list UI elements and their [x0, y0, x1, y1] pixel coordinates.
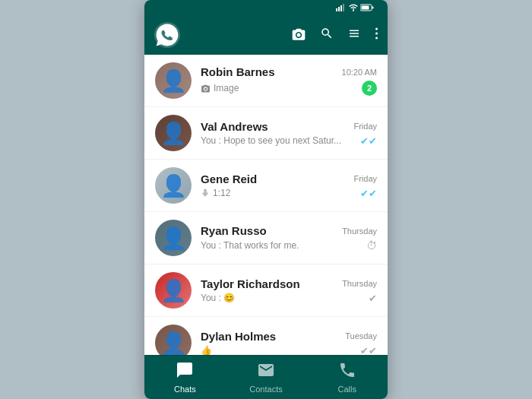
phone-frame: 👤Robin Barnes10:20 AM Image2👤Val Andrews…: [144, 0, 388, 399]
nav-item-contacts[interactable]: Contacts: [226, 356, 307, 399]
person-icon: 👤: [160, 226, 187, 251]
chats-nav-icon: [176, 361, 194, 379]
chat-item[interactable]: 👤Ryan RussoThursdayYou : That works for …: [144, 212, 388, 264]
chat-name: Robin Barnes: [201, 65, 275, 78]
chat-time: Thursday: [342, 226, 377, 236]
contacts-nav-icon: [257, 361, 275, 379]
mic-preview-icon: [201, 188, 210, 198]
chat-name: Val Andrews: [201, 120, 268, 133]
app-header: [144, 15, 388, 55]
chat-preview: You : 😊: [201, 293, 369, 303]
chat-item[interactable]: 👤Robin Barnes10:20 AM Image2: [144, 55, 388, 107]
double-tick-grey-icon: ✔✔: [360, 345, 377, 356]
avatar: 👤: [155, 272, 192, 309]
avatar: 👤: [155, 167, 192, 204]
chat-name-row: Ryan RussoThursday: [201, 224, 377, 237]
camera-icon[interactable]: [291, 27, 306, 44]
svg-rect-7: [362, 6, 369, 10]
svg-point-11: [375, 32, 378, 34]
avatar: 👤: [155, 325, 192, 355]
nav-label-calls: Calls: [337, 385, 356, 394]
person-icon: 👤: [160, 331, 187, 356]
svg-point-13: [204, 87, 207, 90]
status-bar: [144, 0, 388, 15]
person-icon: 👤: [160, 121, 187, 146]
double-tick-blue-icon: ✔✔: [360, 188, 377, 199]
svg-rect-2: [340, 5, 342, 11]
unread-badge: 2: [362, 81, 377, 96]
nav-label-contacts: Contacts: [249, 385, 282, 394]
chat-list: 👤Robin Barnes10:20 AM Image2👤Val Andrews…: [144, 55, 388, 355]
chat-preview: Image: [201, 83, 362, 93]
chat-item[interactable]: 👤Gene ReidFriday 1:12✔✔: [144, 160, 388, 212]
chat-info: Ryan RussoThursdayYou : That works for m…: [201, 224, 377, 252]
nav-item-calls[interactable]: Calls: [306, 356, 388, 399]
signal-icon: [336, 4, 347, 11]
svg-rect-0: [336, 8, 337, 11]
chat-preview: You : That works for me.: [201, 240, 366, 251]
chat-info: Gene ReidFriday 1:12✔✔: [201, 173, 377, 199]
chat-preview-row: Image2: [201, 81, 377, 96]
person-icon: 👤: [160, 68, 187, 93]
chat-name: Dylan Holmes: [201, 330, 276, 343]
clock-icon: ⏱: [366, 239, 377, 252]
chat-info: Taylor RichardsonThursdayYou : 😊✔: [201, 277, 377, 304]
battery-icon: [360, 4, 374, 11]
header-action-icons: [291, 27, 378, 44]
chat-preview-row: You : That works for me.⏱: [201, 239, 377, 252]
svg-rect-3: [343, 4, 344, 11]
menu-list-icon[interactable]: [347, 27, 361, 44]
person-icon: 👤: [160, 173, 187, 198]
chat-item[interactable]: 👤Val AndrewsFridayYou : Hope to see you …: [144, 107, 388, 160]
chat-name: Gene Reid: [201, 173, 257, 185]
chat-preview: You : Hope to see you next Satur...: [201, 135, 360, 146]
chat-item[interactable]: 👤Taylor RichardsonThursdayYou : 😊✔: [144, 264, 388, 317]
chat-time: 10:20 AM: [342, 68, 377, 77]
avatar: 👤: [155, 62, 192, 99]
chat-preview-row: 1:12✔✔: [201, 188, 377, 199]
chat-preview-row: You : Hope to see you next Satur...✔✔: [201, 135, 377, 147]
chat-item[interactable]: 👤Dylan HolmesTuesday👍✔✔: [144, 317, 388, 355]
double-tick-blue-icon: ✔✔: [360, 135, 377, 147]
chat-preview-row: You : 😊✔: [201, 293, 377, 304]
chat-name-row: Taylor RichardsonThursday: [201, 277, 377, 290]
camera-preview-icon: [201, 84, 211, 93]
chat-preview: 👍: [201, 345, 360, 355]
nav-label-chats: Chats: [174, 385, 196, 394]
chat-info: Dylan HolmesTuesday👍✔✔: [201, 330, 377, 356]
wifi-icon: [349, 4, 358, 11]
svg-rect-6: [372, 7, 374, 9]
chat-name: Ryan Russo: [201, 224, 267, 237]
svg-point-10: [375, 27, 378, 30]
more-options-icon[interactable]: [375, 27, 378, 44]
chat-info: Robin Barnes10:20 AM Image2: [201, 65, 377, 96]
contacts-icon-wrapper: [257, 361, 275, 383]
chat-time: Friday: [353, 174, 377, 183]
svg-rect-1: [338, 7, 340, 11]
avatar: 👤: [155, 115, 192, 151]
chat-preview-row: 👍✔✔: [201, 345, 377, 356]
avatar: 👤: [155, 220, 192, 256]
chat-name-row: Dylan HolmesTuesday: [201, 330, 377, 343]
bottom-nav: ChatsContactsCalls: [144, 355, 388, 399]
chats-icon-wrapper: [176, 361, 194, 383]
nav-item-chats[interactable]: Chats: [144, 356, 226, 399]
calls-nav-icon: [338, 361, 356, 379]
chat-name-row: Gene ReidFriday: [201, 173, 377, 185]
chat-time: Thursday: [342, 279, 377, 288]
svg-point-9: [297, 33, 301, 36]
chat-name: Taylor Richardson: [201, 277, 300, 290]
single-tick-icon: ✔: [369, 293, 377, 304]
chat-time: Tuesday: [345, 331, 377, 340]
chat-preview: 1:12: [201, 188, 360, 198]
status-icons: [336, 4, 374, 11]
calls-icon-wrapper: [338, 361, 356, 383]
chat-info: Val AndrewsFridayYou : Hope to see you n…: [201, 120, 377, 147]
svg-point-12: [375, 36, 378, 39]
chat-name-row: Val AndrewsFriday: [201, 120, 377, 133]
svg-point-4: [353, 10, 354, 11]
chat-name-row: Robin Barnes10:20 AM: [201, 65, 377, 78]
search-icon[interactable]: [320, 27, 334, 44]
chat-time: Friday: [353, 122, 377, 131]
whatsapp-logo: [154, 21, 181, 49]
